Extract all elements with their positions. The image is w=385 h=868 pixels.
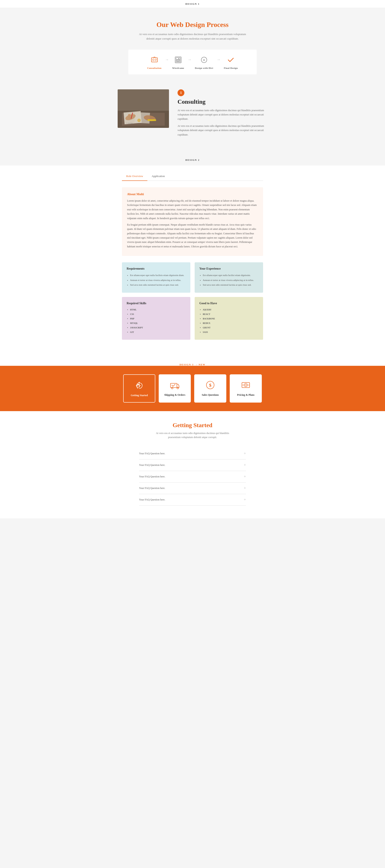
wireframe-icon xyxy=(173,55,183,65)
sales-icon: $ xyxy=(205,379,216,391)
design3-label: DESIGN 3 – NEW xyxy=(0,357,385,366)
list-item: REDUX xyxy=(203,321,258,325)
svg-rect-20 xyxy=(148,119,156,121)
design2-section: Role Overview Application About Molti Lo… xyxy=(0,165,385,357)
list-item: Est ullamcorper eget nulla facilisis eti… xyxy=(130,274,186,277)
faq-plus-2: + xyxy=(244,463,246,467)
about-title: About Molti xyxy=(127,192,258,196)
svg-point-31 xyxy=(245,384,247,386)
tab-list: Role Overview Application xyxy=(122,172,263,181)
list-item: REACT xyxy=(203,313,258,316)
consulting-step-number: 1 xyxy=(178,89,184,96)
step-final-design[interactable]: Final Design xyxy=(224,55,238,69)
sales-questions-label: Sales Questions xyxy=(202,393,219,396)
list-item: GRUNT xyxy=(203,326,258,329)
design-divi-icon: D xyxy=(199,55,209,65)
svg-point-21 xyxy=(137,119,141,122)
requirements-title: Requirements xyxy=(127,267,186,271)
svg-rect-5 xyxy=(179,58,180,59)
about-para2: Eu feugiat pretium nibh ipsum consequat.… xyxy=(127,222,258,249)
shipping-icon xyxy=(169,379,180,391)
list-item: MYSQL xyxy=(130,321,186,325)
svg-text:$: $ xyxy=(209,382,211,388)
about-box: About Molti Lorem ipsum dolor sit amet, … xyxy=(122,187,263,256)
svg-rect-7 xyxy=(176,61,178,62)
faq-item-5[interactable]: Your FAQ Question here. + xyxy=(139,494,246,506)
card-getting-started[interactable]: Getting Started xyxy=(123,374,155,403)
good-to-have-title: Good to Have xyxy=(199,302,258,305)
consulting-image-placeholder: ✏ sketches xyxy=(118,89,169,128)
card-shipping-orders[interactable]: Shipping & Orders xyxy=(159,374,191,403)
card-sales-questions[interactable]: $ Sales Questions xyxy=(194,374,226,403)
list-item: Sed arcu non odio euismod lacinia at qui… xyxy=(203,283,258,287)
consulting-section: ✏ sketches 1 Consulting At vero eos et a… xyxy=(118,85,267,144)
list-item: PHP xyxy=(130,317,186,320)
step-design-divi[interactable]: D Design with Divi xyxy=(195,55,213,69)
requirements-list: Est ullamcorper eget nulla facilisis eti… xyxy=(127,274,186,287)
list-item: SASS xyxy=(203,331,258,334)
tabs-container: Role Overview Application About Molti Lo… xyxy=(118,172,267,256)
design1-title: Our Web Design Process xyxy=(4,21,381,29)
faq-item-1[interactable]: Your FAQ Question here. + xyxy=(139,448,246,460)
support-section: Getting Started Shipping & Orders $ xyxy=(0,366,385,411)
list-item: CSS xyxy=(130,313,186,316)
faq-plus-4: + xyxy=(244,486,246,491)
wireframe-label: Wireframe xyxy=(172,67,184,69)
cards-grid: Requirements Est ullamcorper eget nulla … xyxy=(118,262,267,340)
list-item: HTML xyxy=(130,308,186,311)
svg-rect-6 xyxy=(176,60,180,61)
tab-application[interactable]: Application xyxy=(147,172,169,181)
list-item: Est ullamcorper eget nulla facilisi etia… xyxy=(203,274,258,277)
svg-text:D: D xyxy=(203,59,205,62)
consultation-label: Consultation xyxy=(147,67,161,69)
svg-rect-8 xyxy=(178,61,180,62)
faq-plus-5: + xyxy=(244,497,246,502)
faq-plus-3: + xyxy=(244,474,246,479)
list-item: Sed arcu non odio euismod lacinia at qui… xyxy=(130,283,186,287)
faq-question-2: Your FAQ Question here. xyxy=(139,464,165,467)
list-item: BACKBONE xyxy=(203,317,258,320)
faq-plus-1: + xyxy=(244,451,246,456)
final-design-icon xyxy=(226,55,236,65)
top-bar-label: DESIGN 1 xyxy=(185,3,200,5)
design2-header: DESIGN 2 xyxy=(0,154,385,165)
list-item: Aenean et tortor at risus viverra adipis… xyxy=(130,278,186,282)
getting-started-label: Getting Started xyxy=(131,394,148,397)
pricing-icon xyxy=(240,379,251,391)
card-your-experience: Your Experience Est ullamcorper eget nul… xyxy=(195,262,263,293)
faq-question-5: Your FAQ Question here. xyxy=(139,498,165,501)
final-design-label: Final Design xyxy=(224,67,238,69)
tab-role-overview[interactable]: Role Overview xyxy=(122,172,147,181)
design1-subtitle: At vero eos et accusamus iusto odio dign… xyxy=(137,32,248,41)
svg-point-1 xyxy=(152,59,154,61)
consulting-content: 1 Consulting At vero eos et accusamus iu… xyxy=(178,89,267,140)
pricing-plans-label: Pricing & Plans xyxy=(237,393,254,396)
consulting-image: ✏ sketches xyxy=(118,89,169,128)
card-pricing-plans[interactable]: Pricing & Plans xyxy=(230,374,262,403)
about-para1: Lorem ipsum dolor sit amet, consectetur … xyxy=(127,198,258,220)
step-wireframe[interactable]: Wireframe xyxy=(172,55,184,69)
svg-point-30 xyxy=(244,383,247,387)
step-consultation[interactable]: Consultation xyxy=(147,55,161,69)
svg-rect-4 xyxy=(176,58,179,59)
experience-list: Est ullamcorper eget nulla facilisi etia… xyxy=(199,274,258,287)
faq-subtitle: At vero eos et accusamus iusto odio dign… xyxy=(150,431,235,439)
consulting-para2: At vero eos et accusamus iusto odio dign… xyxy=(178,124,267,137)
experience-title: Your Experience xyxy=(199,267,258,271)
faq-question-1: Your FAQ Question here. xyxy=(139,452,165,455)
consultation-icon xyxy=(149,55,159,65)
design1-section: Our Web Design Process At vero eos et ac… xyxy=(0,8,385,154)
faq-question-3: Your FAQ Question here. xyxy=(139,475,165,478)
faq-item-3[interactable]: Your FAQ Question here. + xyxy=(139,471,246,483)
faq-item-4[interactable]: Your FAQ Question here. + xyxy=(139,483,246,494)
support-cards-container: Getting Started Shipping & Orders $ xyxy=(118,374,267,403)
list-item: Aenean et tortor at risus viverra adipis… xyxy=(203,278,258,282)
top-bar: DESIGN 1 xyxy=(0,0,385,8)
card-required-skills: Required Skills HTML CSS PHP MYSQL JAVAS… xyxy=(122,297,190,340)
design-divi-label: Design with Divi xyxy=(195,67,213,69)
svg-text:✏ sketches: ✏ sketches xyxy=(126,123,132,124)
list-item: GIT xyxy=(130,331,186,334)
faq-list: Your FAQ Question here. + Your FAQ Quest… xyxy=(139,448,246,506)
faq-item-2[interactable]: Your FAQ Question here. + xyxy=(139,460,246,471)
process-steps: Consultation → Wireframe → xyxy=(128,50,257,74)
